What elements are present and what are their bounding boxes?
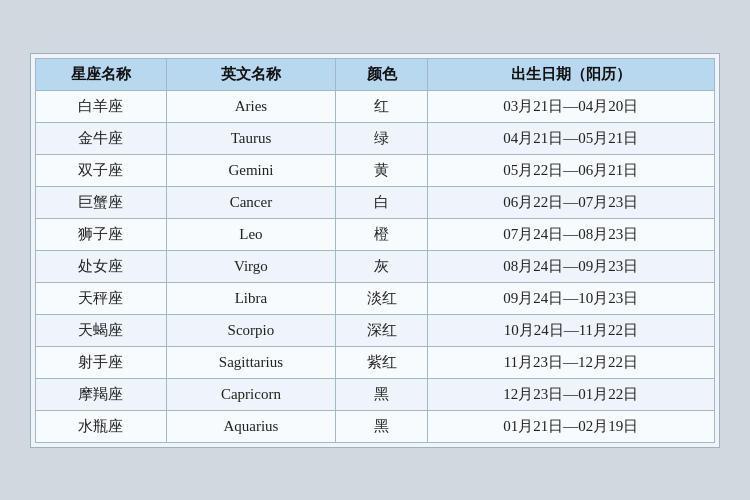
cell-chinese-name: 白羊座 — [36, 90, 167, 122]
cell-english-name: Aquarius — [166, 410, 336, 442]
table-row: 天蝎座Scorpio深红10月24日—11月22日 — [36, 314, 715, 346]
table-row: 白羊座Aries红03月21日—04月20日 — [36, 90, 715, 122]
cell-english-name: Sagittarius — [166, 346, 336, 378]
cell-dates: 01月21日—02月19日 — [427, 410, 714, 442]
cell-chinese-name: 巨蟹座 — [36, 186, 167, 218]
table-row: 双子座Gemini黄05月22日—06月21日 — [36, 154, 715, 186]
cell-dates: 06月22日—07月23日 — [427, 186, 714, 218]
cell-english-name: Cancer — [166, 186, 336, 218]
cell-chinese-name: 摩羯座 — [36, 378, 167, 410]
cell-color: 白 — [336, 186, 427, 218]
col-header-chinese: 星座名称 — [36, 58, 167, 90]
cell-color: 灰 — [336, 250, 427, 282]
cell-dates: 10月24日—11月22日 — [427, 314, 714, 346]
cell-english-name: Capricorn — [166, 378, 336, 410]
cell-english-name: Virgo — [166, 250, 336, 282]
cell-chinese-name: 射手座 — [36, 346, 167, 378]
cell-chinese-name: 狮子座 — [36, 218, 167, 250]
table-row: 射手座Sagittarius紫红11月23日—12月22日 — [36, 346, 715, 378]
cell-dates: 05月22日—06月21日 — [427, 154, 714, 186]
cell-dates: 07月24日—08月23日 — [427, 218, 714, 250]
cell-dates: 08月24日—09月23日 — [427, 250, 714, 282]
col-header-dates: 出生日期（阳历） — [427, 58, 714, 90]
cell-color: 橙 — [336, 218, 427, 250]
cell-color: 红 — [336, 90, 427, 122]
cell-english-name: Libra — [166, 282, 336, 314]
col-header-english: 英文名称 — [166, 58, 336, 90]
cell-chinese-name: 天蝎座 — [36, 314, 167, 346]
cell-english-name: Leo — [166, 218, 336, 250]
cell-color: 黑 — [336, 378, 427, 410]
cell-color: 黑 — [336, 410, 427, 442]
cell-dates: 09月24日—10月23日 — [427, 282, 714, 314]
cell-color: 淡红 — [336, 282, 427, 314]
cell-english-name: Scorpio — [166, 314, 336, 346]
zodiac-table: 星座名称 英文名称 颜色 出生日期（阳历） 白羊座Aries红03月21日—04… — [35, 58, 715, 443]
table-row: 水瓶座Aquarius黑01月21日—02月19日 — [36, 410, 715, 442]
cell-chinese-name: 天秤座 — [36, 282, 167, 314]
cell-color: 绿 — [336, 122, 427, 154]
table-header-row: 星座名称 英文名称 颜色 出生日期（阳历） — [36, 58, 715, 90]
cell-chinese-name: 水瓶座 — [36, 410, 167, 442]
cell-dates: 11月23日—12月22日 — [427, 346, 714, 378]
cell-english-name: Gemini — [166, 154, 336, 186]
table-row: 摩羯座Capricorn黑12月23日—01月22日 — [36, 378, 715, 410]
cell-english-name: Aries — [166, 90, 336, 122]
col-header-color: 颜色 — [336, 58, 427, 90]
table-row: 天秤座Libra淡红09月24日—10月23日 — [36, 282, 715, 314]
table-row: 金牛座Taurus绿04月21日—05月21日 — [36, 122, 715, 154]
table-row: 处女座Virgo灰08月24日—09月23日 — [36, 250, 715, 282]
table-row: 巨蟹座Cancer白06月22日—07月23日 — [36, 186, 715, 218]
cell-chinese-name: 双子座 — [36, 154, 167, 186]
cell-color: 深红 — [336, 314, 427, 346]
cell-dates: 12月23日—01月22日 — [427, 378, 714, 410]
cell-color: 黄 — [336, 154, 427, 186]
table-body: 白羊座Aries红03月21日—04月20日金牛座Taurus绿04月21日—0… — [36, 90, 715, 442]
cell-english-name: Taurus — [166, 122, 336, 154]
cell-chinese-name: 金牛座 — [36, 122, 167, 154]
cell-chinese-name: 处女座 — [36, 250, 167, 282]
cell-dates: 03月21日—04月20日 — [427, 90, 714, 122]
table-row: 狮子座Leo橙07月24日—08月23日 — [36, 218, 715, 250]
cell-dates: 04月21日—05月21日 — [427, 122, 714, 154]
zodiac-table-container: 星座名称 英文名称 颜色 出生日期（阳历） 白羊座Aries红03月21日—04… — [30, 53, 720, 448]
cell-color: 紫红 — [336, 346, 427, 378]
